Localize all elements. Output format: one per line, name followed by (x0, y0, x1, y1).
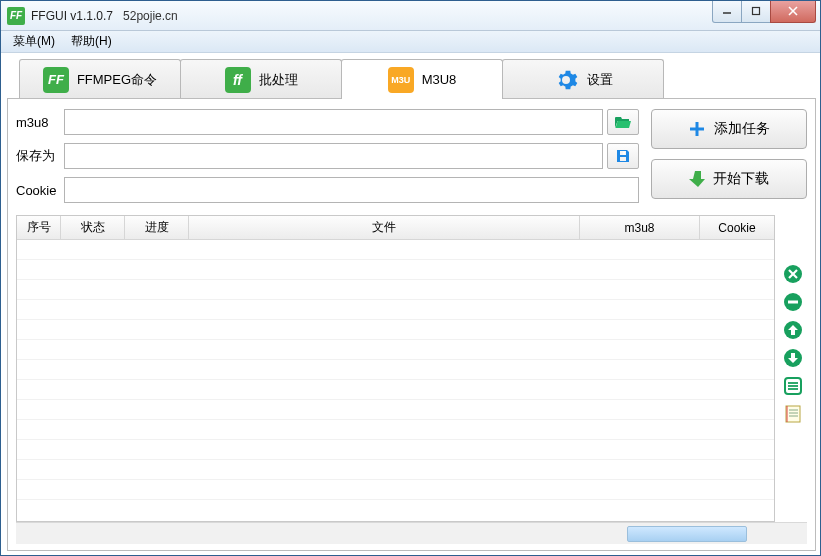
th-cookie[interactable]: Cookie (700, 216, 774, 239)
tab-batch[interactable]: ff 批处理 (180, 59, 342, 99)
titlebar: FF FFGUI v1.1.0.7 52pojie.cn (1, 1, 820, 31)
delete-button[interactable] (782, 263, 804, 285)
add-task-label: 添加任务 (714, 120, 770, 138)
ff-icon: FF (43, 67, 69, 93)
download-arrow-icon (689, 170, 705, 188)
delete-icon (783, 264, 803, 284)
status-indicator (627, 526, 747, 542)
table-row (17, 420, 774, 440)
th-index[interactable]: 序号 (17, 216, 61, 239)
row-save-as: 保存为 (16, 143, 639, 169)
th-file[interactable]: 文件 (189, 216, 580, 239)
form-left: m3u8 保存为 Cookie (16, 109, 639, 211)
content-area: FF FFMPEG命令 ff 批处理 M3U M3U8 设置 (1, 53, 820, 555)
save-button[interactable] (607, 143, 639, 169)
tab-ffmpeg-label: FFMPEG命令 (77, 71, 157, 89)
arrow-down-icon (783, 348, 803, 368)
notes-icon (783, 404, 803, 424)
form-area: m3u8 保存为 Cookie (16, 109, 807, 211)
move-down-button[interactable] (782, 347, 804, 369)
table-row (17, 380, 774, 400)
save-as-label: 保存为 (16, 147, 64, 165)
add-task-button[interactable]: 添加任务 (651, 109, 807, 149)
m3u8-panel: m3u8 保存为 Cookie (7, 98, 816, 551)
folder-open-icon (614, 115, 632, 129)
menu-help[interactable]: 帮助(H) (63, 31, 120, 52)
tab-settings-label: 设置 (587, 71, 613, 89)
table-row (17, 400, 774, 420)
arrow-up-icon (783, 320, 803, 340)
start-download-label: 开始下载 (713, 170, 769, 188)
m3u8-label: m3u8 (16, 115, 64, 130)
window-subtitle: 52pojie.cn (123, 9, 178, 23)
table-row (17, 320, 774, 340)
row-cookie: Cookie (16, 177, 639, 203)
app-icon: FF (7, 7, 25, 25)
table-row (17, 440, 774, 460)
maximize-icon (751, 6, 761, 16)
tab-batch-label: 批处理 (259, 71, 298, 89)
table-header: 序号 状态 进度 文件 m3u8 Cookie (17, 216, 774, 240)
gear-icon (553, 67, 579, 93)
minimize-icon (722, 6, 732, 16)
tab-settings[interactable]: 设置 (502, 59, 664, 99)
table-row (17, 340, 774, 360)
table-row (17, 280, 774, 300)
tab-m3u8-label: M3U8 (422, 72, 457, 87)
browse-m3u8-button[interactable] (607, 109, 639, 135)
table-body[interactable] (17, 240, 774, 521)
row-m3u8: m3u8 (16, 109, 639, 135)
table-row (17, 240, 774, 260)
task-table: 序号 状态 进度 文件 m3u8 Cookie (16, 215, 775, 522)
th-status[interactable]: 状态 (61, 216, 125, 239)
window-controls (713, 1, 816, 23)
window-title: FFGUI v1.1.0.7 (31, 9, 113, 23)
svg-rect-18 (786, 406, 800, 422)
close-icon (787, 5, 799, 17)
th-progress[interactable]: 进度 (125, 216, 189, 239)
table-row (17, 260, 774, 280)
move-up-button[interactable] (782, 319, 804, 341)
tab-bar: FF FFMPEG命令 ff 批处理 M3U M3U8 设置 (19, 59, 816, 99)
svg-rect-1 (753, 8, 760, 15)
tab-ffmpeg[interactable]: FF FFMPEG命令 (19, 59, 181, 99)
clear-icon (783, 292, 803, 312)
statusbar (16, 522, 807, 544)
list-button[interactable] (782, 375, 804, 397)
app-window: FF FFGUI v1.1.0.7 52pojie.cn 菜单(M) 帮助(H) (0, 0, 821, 556)
save-as-input[interactable] (64, 143, 603, 169)
th-m3u8[interactable]: m3u8 (580, 216, 700, 239)
m3u-icon: M3U (388, 67, 414, 93)
form-right: 添加任务 开始下载 (651, 109, 807, 211)
table-wrap: 序号 状态 进度 文件 m3u8 Cookie (16, 215, 807, 522)
table-row (17, 300, 774, 320)
close-button[interactable] (770, 1, 816, 23)
table-row (17, 460, 774, 480)
table-row (17, 480, 774, 500)
save-icon (615, 148, 631, 164)
cookie-input[interactable] (64, 177, 639, 203)
table-row (17, 360, 774, 380)
ff-batch-icon: ff (225, 67, 251, 93)
svg-rect-11 (788, 301, 798, 304)
tab-m3u8[interactable]: M3U M3U8 (341, 59, 503, 99)
menu-menu[interactable]: 菜单(M) (5, 31, 63, 52)
side-toolbar (779, 215, 807, 522)
list-icon (783, 376, 803, 396)
menubar: 菜单(M) 帮助(H) (1, 31, 820, 53)
m3u8-input[interactable] (64, 109, 603, 135)
minimize-button[interactable] (712, 1, 742, 23)
cookie-label: Cookie (16, 183, 64, 198)
start-download-button[interactable]: 开始下载 (651, 159, 807, 199)
clear-button[interactable] (782, 291, 804, 313)
svg-rect-4 (623, 152, 625, 155)
maximize-button[interactable] (741, 1, 771, 23)
notes-button[interactable] (782, 403, 804, 425)
plus-icon (688, 120, 706, 138)
